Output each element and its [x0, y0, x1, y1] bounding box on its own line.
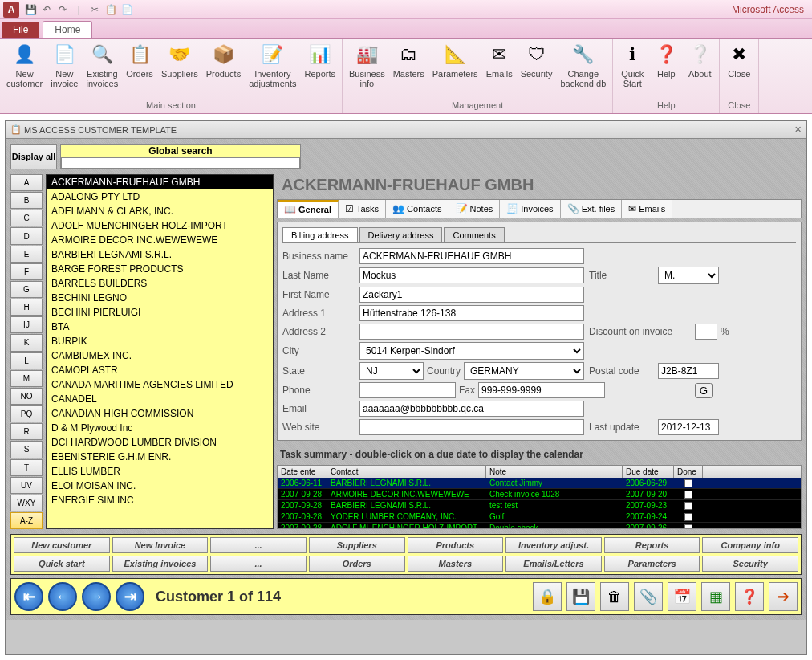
alpha-PQ[interactable]: PQ [10, 405, 43, 422]
tab-notes[interactable]: 📝Notes [449, 200, 501, 218]
list-item[interactable]: ELLIS LUMBER [47, 464, 273, 479]
alpha-R[interactable]: R [10, 423, 43, 440]
list-item[interactable]: BARRELS BUILDERS [47, 276, 273, 291]
alpha-C[interactable]: C [10, 210, 43, 226]
calendar-icon[interactable]: 📅 [668, 582, 696, 611]
btn-new-customer[interactable]: New customer [14, 537, 110, 553]
list-item[interactable]: BECHINI PIERLUIGI [47, 305, 273, 320]
list-item[interactable]: BURPIK [47, 334, 273, 348]
website-input[interactable] [359, 419, 584, 435]
attachment-icon[interactable]: 📎 [634, 582, 663, 611]
list-item[interactable]: ELOI MOISAN INC. [47, 479, 273, 493]
country-select[interactable]: GERMANY [464, 362, 584, 380]
ribbon-parameters[interactable]: 📐Parameters [429, 40, 481, 100]
alpha-T[interactable]: T [10, 459, 43, 476]
ribbon-orders[interactable]: 📋Orders [123, 40, 156, 100]
save-icon[interactable]: 💾 [24, 3, 37, 16]
subtab-billing-address[interactable]: Billing address [282, 227, 358, 242]
ribbon-security[interactable]: 🛡Security [518, 40, 556, 100]
alpha-A[interactable]: A [10, 174, 43, 191]
tab-contacts[interactable]: 👥Contacts [386, 200, 449, 218]
list-item[interactable]: CANADIAN HIGH COMMISSION [47, 406, 273, 421]
btn-existing-invoices[interactable]: Existing invoices [112, 556, 209, 572]
btn-inventory-adjust-[interactable]: Inventory adjust. [505, 537, 602, 553]
btn-new-invoice[interactable]: New Invoice [112, 537, 209, 553]
google-button[interactable]: G [695, 383, 713, 398]
copy-icon[interactable]: 📋 [104, 3, 117, 16]
tab-emails[interactable]: ✉Emails [622, 200, 672, 218]
ribbon-about[interactable]: ❔About [684, 40, 716, 100]
btn-quick-start[interactable]: Quick start [14, 556, 110, 572]
ribbon-new-invoice[interactable]: 📄Newinvoice [47, 40, 81, 100]
display-all-button[interactable]: Display all [10, 144, 57, 169]
alpha-B[interactable]: B [10, 192, 43, 209]
btn-masters[interactable]: Masters [408, 556, 504, 572]
exit-icon[interactable]: ➔ [769, 582, 798, 611]
redo-icon[interactable]: ↷ [56, 3, 69, 16]
home-tab[interactable]: Home [43, 21, 92, 38]
list-item[interactable]: DCI HARDWOOD LUMBER DIVISION [47, 435, 273, 450]
list-item[interactable]: ADOLF MUENCHINGER HOLZ-IMPORT [47, 218, 273, 233]
cut-icon[interactable]: ✂ [88, 3, 101, 16]
tab-invoices[interactable]: 🧾Invoices [500, 200, 560, 218]
alpha-NO[interactable]: NO [10, 388, 43, 405]
fax-input[interactable] [478, 382, 605, 398]
btn-products[interactable]: Products [408, 537, 504, 553]
first-name-input[interactable] [359, 287, 584, 303]
list-item[interactable]: ACKERMANN-FRUEHAUF GMBH [47, 175, 273, 189]
tab-ext--files[interactable]: 📎Ext. files [561, 200, 623, 218]
btn-suppliers[interactable]: Suppliers [309, 537, 405, 553]
list-item[interactable]: BARGE FOREST PRODUCTS [47, 262, 273, 276]
alpha-L[interactable]: L [10, 352, 43, 369]
alpha-WXY[interactable]: WXY [10, 495, 43, 511]
btn-orders[interactable]: Orders [309, 556, 405, 572]
tab-general[interactable]: 📖General [278, 200, 339, 218]
email-input[interactable] [359, 401, 584, 417]
list-item[interactable]: ADALONG PTY LTD [47, 189, 273, 204]
alpha-K[interactable]: K [10, 334, 43, 351]
table-row[interactable]: 2007-09-28ARMOIRE DECOR INC.WEWEWEWEChec… [278, 489, 801, 500]
customer-list[interactable]: ACKERMANN-FRUEHAUF GMBHADALONG PTY LTDAD… [46, 174, 274, 529]
close-icon[interactable]: ✕ [794, 124, 802, 135]
table-row[interactable]: 2007-09-28BARBIERI LEGNAMI S.R.L.test te… [278, 500, 801, 511]
title-select[interactable]: M. [658, 267, 719, 284]
tab-tasks[interactable]: ☑Tasks [339, 200, 386, 218]
list-item[interactable]: BECHINI LEGNO [47, 291, 273, 305]
list-item[interactable]: CANADA MARITIME AGENCIES LIMITED [47, 377, 273, 392]
btn-security[interactable]: Security [702, 556, 798, 572]
alpha-S[interactable]: S [10, 441, 43, 458]
btn-reports[interactable]: Reports [604, 537, 700, 553]
btn-company-info[interactable]: Company info [702, 537, 798, 553]
list-item[interactable]: ARMOIRE DECOR INC.WEWEWEWE [47, 233, 273, 247]
alpha-UV[interactable]: UV [10, 477, 43, 494]
list-item[interactable]: CAMOPLASTR [47, 363, 273, 377]
ribbon-suppliers[interactable]: 🤝Suppliers [158, 40, 201, 100]
ribbon-close[interactable]: ✖Close [723, 40, 755, 100]
delete-icon[interactable]: 🗑 [600, 582, 629, 611]
table-row[interactable]: 2006-06-11BARBIERI LEGNAMI S.R.L.Contact… [278, 478, 801, 489]
list-item[interactable]: BARBIERI LEGNAMI S.R.L. [47, 247, 273, 262]
alpha-G[interactable]: G [10, 281, 43, 298]
alpha-H[interactable]: H [10, 299, 43, 316]
ribbon-inventory-adjustments[interactable]: 📝Inventoryadjustments [246, 40, 299, 100]
save-icon[interactable]: 💾 [566, 582, 595, 611]
excel-icon[interactable]: ▦ [701, 582, 730, 611]
list-item[interactable]: BTA [47, 320, 273, 334]
last-update-input[interactable] [658, 419, 719, 435]
state-select[interactable]: NJ [359, 362, 424, 380]
btn--[interactable]: ... [210, 556, 307, 572]
ribbon-emails[interactable]: ✉Emails [483, 40, 516, 100]
alpha-M[interactable]: M [10, 370, 43, 387]
alpha-IJ[interactable]: IJ [10, 316, 43, 333]
nav-prev-button[interactable]: ← [48, 582, 77, 611]
city-select[interactable]: 5014 Kerpen-Sindorf [359, 342, 584, 360]
paste-icon[interactable]: 📄 [120, 3, 133, 16]
postal-input[interactable] [658, 363, 719, 379]
address1-input[interactable] [359, 305, 584, 321]
last-name-input[interactable] [359, 267, 584, 283]
ribbon-products[interactable]: 📦Products [203, 40, 244, 100]
ribbon-help[interactable]: ❓Help [650, 40, 682, 100]
lock-icon[interactable]: 🔒 [533, 582, 562, 611]
alpha-A-Z[interactable]: A-Z [10, 512, 43, 529]
task-table[interactable]: Date ente Contact Note Due date Done 200… [277, 465, 802, 529]
